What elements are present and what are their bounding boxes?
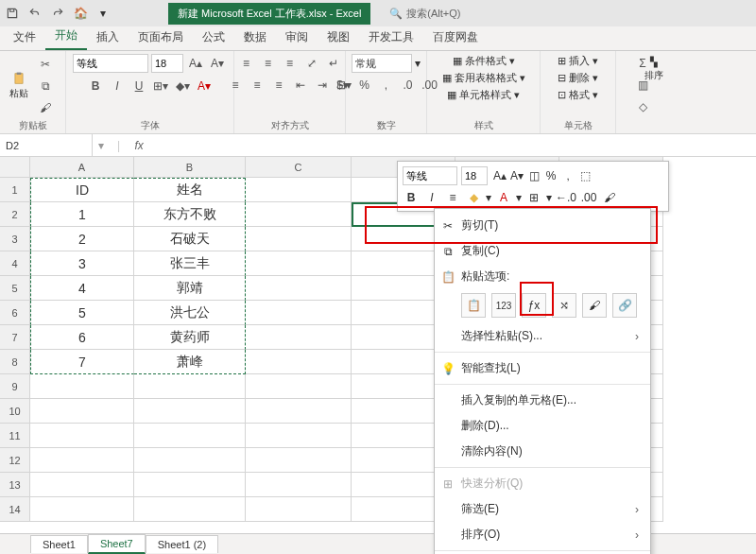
menu-cut[interactable]: ✂剪切(T) [435, 213, 650, 238]
cell[interactable] [246, 350, 352, 374]
paste-opt-link[interactable]: 🔗 [612, 293, 637, 318]
row-header[interactable]: 7 [0, 325, 30, 350]
font-color-button[interactable]: A▾ [195, 77, 214, 95]
cell[interactable] [246, 448, 352, 473]
border-button[interactable]: ⊞▾ [151, 77, 170, 95]
cell[interactable] [246, 202, 352, 227]
menu-smart-lookup[interactable]: 💡智能查找(L) [435, 355, 650, 381]
cell[interactable]: 萧峰 [134, 350, 246, 374]
align-bot-icon[interactable]: ≡ [281, 54, 300, 73]
mini-btn[interactable]: % [542, 167, 559, 184]
row-header[interactable]: 8 [0, 350, 30, 374]
cell[interactable] [30, 448, 134, 473]
cell[interactable] [246, 251, 352, 276]
mini-dec-dec[interactable]: .00 [580, 189, 597, 206]
cell[interactable]: 5 [30, 301, 134, 325]
percent-icon[interactable]: % [355, 76, 374, 95]
align-mid-icon[interactable]: ≡ [259, 54, 278, 73]
italic-button[interactable]: I [108, 77, 127, 95]
cell[interactable] [246, 497, 352, 522]
cell[interactable] [134, 374, 246, 399]
ribbon-tab-0[interactable]: 文件 [4, 25, 45, 50]
paste-opt-values[interactable]: 123 [491, 293, 516, 318]
align-left-icon[interactable]: ≡ [226, 76, 245, 95]
menu-clear[interactable]: 清除内容(N) [435, 439, 650, 464]
mini-btn[interactable]: ◫ [525, 167, 542, 184]
cell[interactable] [246, 227, 352, 251]
sheet-tab[interactable]: Sheet7 [88, 534, 146, 554]
orientation-icon[interactable]: ⤢ [302, 54, 321, 73]
menu-paste-special[interactable]: 选择性粘贴(S)...› [435, 323, 650, 349]
cell[interactable] [246, 374, 352, 399]
row-header[interactable]: 4 [0, 251, 30, 276]
cell[interactable] [246, 301, 352, 325]
cell[interactable]: 1 [30, 202, 134, 227]
cell[interactable]: 姓名 [134, 178, 246, 202]
col-header[interactable]: B [134, 157, 246, 178]
cell[interactable]: 东方不败 [134, 202, 246, 227]
cell[interactable]: 2 [30, 227, 134, 251]
row-header[interactable]: 14 [0, 497, 30, 522]
cell[interactable] [30, 399, 134, 424]
mini-italic[interactable]: I [423, 189, 440, 206]
search-box[interactable]: 🔍 搜索(Alt+Q) [389, 7, 460, 21]
cell[interactable] [30, 424, 134, 448]
cell[interactable] [134, 424, 246, 448]
align-top-icon[interactable]: ≡ [237, 54, 256, 73]
row-header[interactable]: 13 [0, 473, 30, 497]
cell[interactable] [134, 448, 246, 473]
cell[interactable] [246, 424, 352, 448]
align-right-icon[interactable]: ≡ [269, 76, 288, 95]
row-header[interactable]: 10 [0, 399, 30, 424]
font-name-input[interactable] [73, 54, 148, 73]
mini-btn[interactable]: A▴ [491, 167, 508, 184]
cell[interactable]: ID [30, 178, 134, 202]
menu-filter[interactable]: 筛选(E)› [435, 496, 650, 522]
row-header[interactable]: 2 [0, 202, 30, 227]
cell[interactable] [30, 473, 134, 497]
cell[interactable]: 黄药师 [134, 325, 246, 350]
paste-opt-formulas[interactable]: ƒx [522, 293, 546, 318]
copy-icon[interactable]: ⧉ [36, 77, 55, 95]
mini-font-size[interactable] [461, 166, 488, 185]
cell[interactable]: 7 [30, 350, 134, 374]
paste-opt-transpose[interactable]: ⤭ [552, 293, 576, 318]
sort-filter-button[interactable]: ▚排序 [641, 55, 667, 84]
cell[interactable] [134, 473, 246, 497]
home-icon[interactable]: 🏠 [72, 5, 89, 22]
number-format-select[interactable]: 常规 [352, 54, 412, 73]
table-format-button[interactable]: ▦ 套用表格格式▾ [442, 71, 525, 85]
ribbon-tab-2[interactable]: 插入 [87, 25, 129, 50]
cell[interactable]: 3 [30, 251, 134, 276]
row-header[interactable]: 9 [0, 374, 30, 399]
increase-font-icon[interactable]: A▴ [186, 54, 205, 73]
row-header[interactable]: 1 [0, 178, 30, 202]
ribbon-tab-3[interactable]: 页面布局 [129, 25, 193, 50]
menu-insert-copied[interactable]: 插入复制的单元格(E)... [435, 388, 650, 413]
fill-color-button[interactable]: ◆▾ [173, 77, 192, 95]
indent-inc-icon[interactable]: ⇥ [313, 76, 332, 95]
fx-icon[interactable]: fx [128, 139, 150, 152]
ribbon-tab-7[interactable]: 视图 [318, 25, 359, 50]
cell[interactable] [246, 178, 352, 202]
currency-icon[interactable]: $▾ [334, 76, 352, 95]
row-header[interactable]: 12 [0, 448, 30, 473]
mini-btn[interactable]: ‚ [559, 167, 576, 184]
font-size-input[interactable] [151, 54, 183, 73]
delete-cells-button[interactable]: ⊟ 删除▾ [558, 71, 598, 85]
cell[interactable]: 6 [30, 325, 134, 350]
cell[interactable] [246, 276, 352, 301]
mini-btn[interactable]: ⬚ [576, 167, 593, 184]
mini-border[interactable]: ⊞ [525, 189, 542, 206]
cell[interactable]: 石破天 [134, 227, 246, 251]
ribbon-tab-9[interactable]: 百度网盘 [423, 25, 488, 50]
comma-icon[interactable]: , [377, 76, 396, 95]
mini-fill-color[interactable]: ◆ [465, 189, 482, 206]
ribbon-tab-8[interactable]: 开发工具 [359, 25, 423, 50]
bold-button[interactable]: B [86, 77, 105, 95]
mini-btn[interactable]: A▾ [508, 167, 525, 184]
menu-delete[interactable]: 删除(D)... [435, 413, 650, 439]
cell[interactable]: 张三丰 [134, 251, 246, 276]
cell[interactable]: 4 [30, 276, 134, 301]
cell[interactable] [30, 497, 134, 522]
